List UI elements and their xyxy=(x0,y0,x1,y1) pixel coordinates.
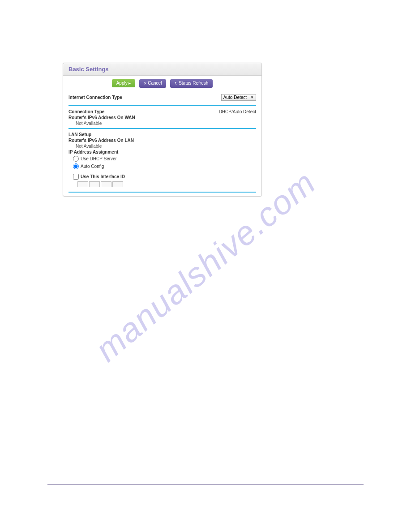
apply-button[interactable]: Apply ▸ xyxy=(112,79,136,87)
page-footer-line xyxy=(47,485,364,485)
refresh-label: Status Refresh xyxy=(179,81,208,86)
lan-address-value-row: Not Available xyxy=(63,143,261,149)
connection-type-value: DHCP/Auto Detect xyxy=(219,109,256,114)
wan-address-row: Router's IPv6 Address On WAN xyxy=(63,115,261,120)
ip-assignment-label: IP Address Assignment xyxy=(68,150,118,154)
interface-id-input-2[interactable] xyxy=(89,181,100,187)
button-row: Apply ▸ ✕Cancel ↻Status Refresh xyxy=(63,76,261,91)
close-icon: ✕ xyxy=(144,82,147,86)
basic-settings-panel: Basic Settings Apply ▸ ✕Cancel ↻Status R… xyxy=(63,63,262,197)
wan-address-value-row: Not Available xyxy=(63,120,261,126)
ip-assignment-row: IP Address Assignment xyxy=(63,149,261,155)
interface-id-input-4[interactable] xyxy=(112,181,123,187)
chevron-down-icon: ▼ xyxy=(250,95,254,99)
dropdown-value: Auto Detect xyxy=(223,95,247,100)
panel-header: Basic Settings xyxy=(63,63,261,76)
internet-connection-title: Internet Connection Type xyxy=(68,95,122,100)
connection-type-label: Connection Type xyxy=(68,109,104,114)
dhcp-radio[interactable] xyxy=(73,156,79,162)
refresh-icon: ↻ xyxy=(175,82,178,86)
connection-type-row: Connection Type DHCP/Auto Detect xyxy=(63,109,261,115)
wan-address-value: Not Available xyxy=(76,121,102,126)
interface-id-label: Use This Interface ID xyxy=(81,174,125,179)
status-refresh-button[interactable]: ↻Status Refresh xyxy=(170,79,213,88)
lan-setup-row: LAN Setup xyxy=(63,132,261,137)
interface-id-checkbox-row: Use This Interface ID xyxy=(63,173,261,180)
dhcp-radio-row: Use DHCP Server xyxy=(63,155,261,163)
lan-address-value: Not Available xyxy=(76,144,102,149)
auto-config-radio[interactable] xyxy=(73,163,79,169)
interface-id-checkbox[interactable] xyxy=(73,174,79,180)
interface-id-input-3[interactable] xyxy=(101,181,111,187)
cancel-label: Cancel xyxy=(148,81,162,86)
lan-address-label: Router's IPv6 Address On LAN xyxy=(68,138,134,143)
interface-id-inputs xyxy=(63,180,261,190)
divider xyxy=(68,192,256,193)
internet-connection-section: Internet Connection Type Auto Detect ▼ xyxy=(63,91,261,103)
interface-id-input-1[interactable] xyxy=(77,181,88,187)
lan-setup-label: LAN Setup xyxy=(68,132,91,137)
dhcp-radio-label: Use DHCP Server xyxy=(81,156,117,161)
panel-title: Basic Settings xyxy=(68,66,109,73)
auto-config-radio-label: Auto Config xyxy=(81,164,104,169)
cancel-button[interactable]: ✕Cancel xyxy=(139,79,166,88)
wan-address-label: Router's IPv6 Address On WAN xyxy=(68,115,135,120)
connection-type-dropdown[interactable]: Auto Detect ▼ xyxy=(221,94,256,101)
auto-config-radio-row: Auto Config xyxy=(63,163,261,170)
lan-address-row: Router's IPv6 Address On LAN xyxy=(63,137,261,143)
